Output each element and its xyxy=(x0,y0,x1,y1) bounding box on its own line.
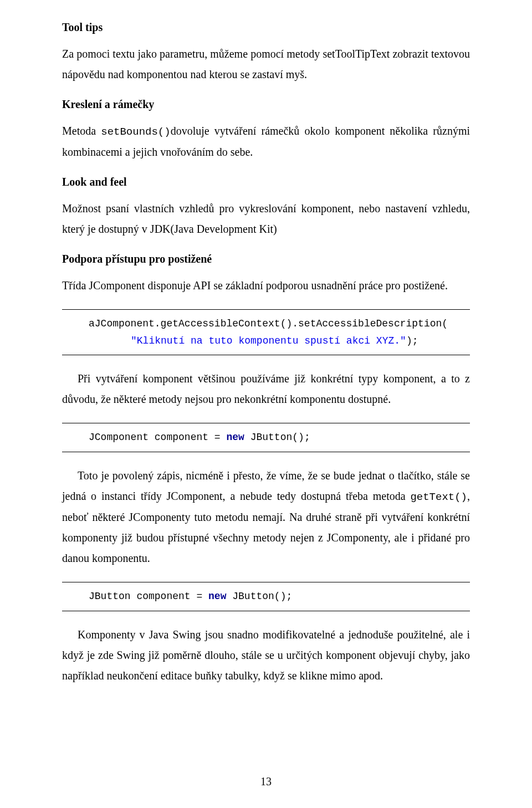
para-look-and-feel: Možnost psaní vlastních vzhledů pro vykr… xyxy=(62,198,470,239)
inline-code-gettext: getText() xyxy=(410,491,467,503)
code-string: "Kliknutí na tuto komponentu spustí akci… xyxy=(131,335,406,346)
para-tool-tips: Za pomoci textu jako parametru, můžeme p… xyxy=(62,44,470,85)
heading-tool-tips: Tool tips xyxy=(62,21,470,34)
code-line: aJComponent.getAccessibleContext().setAc… xyxy=(89,315,470,333)
heading-podpora: Podpora přístupu pro postižené xyxy=(62,253,470,265)
code-text: JButton(); xyxy=(226,591,292,602)
code-text: JButton(); xyxy=(244,432,310,443)
code-line: JComponent component = new JButton(); xyxy=(89,429,470,446)
code-text: JButton component = xyxy=(89,591,208,602)
para-summary: Komponenty v Java Swing jsou snadno modi… xyxy=(62,625,470,686)
text-fragment: Toto je povolený zápis, nicméně i přesto… xyxy=(62,469,470,502)
heading-look-and-feel: Look and feel xyxy=(62,176,470,188)
inline-code-setbounds: setBounds() xyxy=(101,126,170,138)
code-tail: ); xyxy=(406,335,418,346)
code-line: "Kliknutí na tuto komponentu spustí akci… xyxy=(89,333,470,350)
heading-kresleni: Kreslení a rámečky xyxy=(62,98,470,111)
para-kresleni: Metoda setBounds()dovoluje vytváření rám… xyxy=(62,121,470,162)
code-keyword-new: new xyxy=(208,591,226,602)
code-keyword-new: new xyxy=(226,432,244,443)
code-block-jcomponent: JComponent component = new JButton(); xyxy=(62,423,470,452)
code-line: JButton component = new JButton(); xyxy=(89,588,470,605)
code-block-jbutton: JButton component = new JButton(); xyxy=(62,582,470,611)
code-text: JComponent component = xyxy=(89,432,226,443)
document-page: Tool tips Za pomoci textu jako parametru… xyxy=(0,0,532,808)
text-fragment: Metoda xyxy=(62,125,101,137)
para-podpora: Třída JComponent disponuje API se základ… xyxy=(62,275,470,296)
page-number: 13 xyxy=(0,775,532,788)
para-vytv-2: Toto je povolený zápis, nicméně i přesto… xyxy=(62,466,470,569)
code-block-accessible: aJComponent.getAccessibleContext().setAc… xyxy=(62,309,470,355)
para-vytv-1: Při vytváření komponent většinou používá… xyxy=(62,369,470,410)
